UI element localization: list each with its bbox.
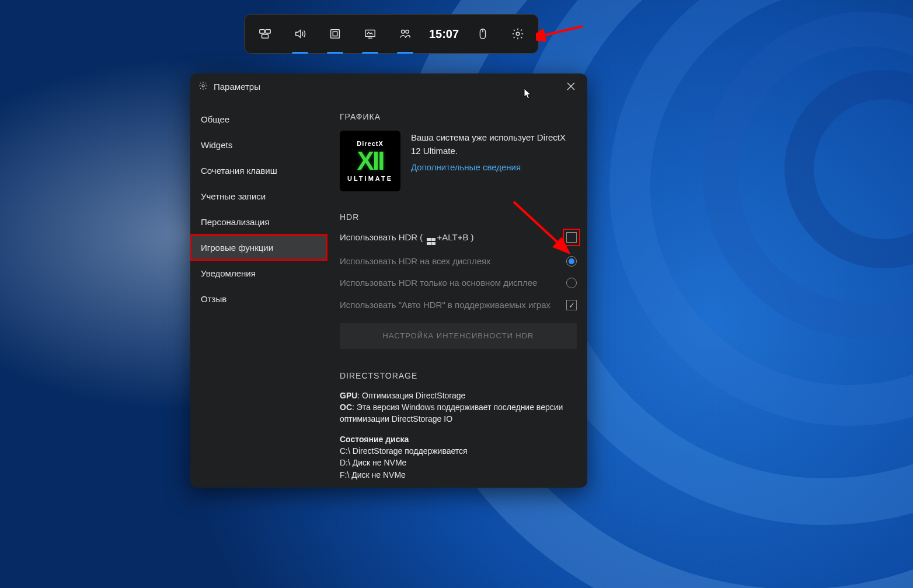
audio-icon[interactable]: [283, 14, 317, 54]
gear-icon: [198, 81, 208, 92]
hdr-primary-only-row: Использовать HDR только на основном дисп…: [340, 276, 577, 289]
window-title: Параметры: [214, 82, 260, 92]
ds-drive-d: D:\ Диск не NVMe: [340, 457, 577, 468]
directstorage-section-title: DIRECTSTORAGE: [340, 371, 577, 380]
svg-rect-2: [262, 34, 268, 38]
ds-disk-state: Состояние диска: [340, 433, 577, 445]
use-hdr-row: Использовать HDR ( +ALT+B ): [340, 231, 577, 246]
directx-badge: DirectX XII ULTIMATE: [340, 131, 400, 191]
svg-point-9: [516, 32, 520, 36]
settings-window: Параметры Общее Widgets Сочетания клавиш…: [190, 74, 587, 488]
nav-gaming-features[interactable]: Игровые функции: [190, 235, 327, 260]
auto-hdr-checkbox[interactable]: ✓: [566, 300, 577, 310]
xbox-social-icon[interactable]: [388, 14, 422, 54]
graphics-section-title: ГРАФИКА: [340, 112, 577, 121]
nav-personalization[interactable]: Персонализация: [190, 209, 327, 235]
use-hdr-checkbox[interactable]: [566, 232, 577, 243]
ds-gpu-line: GPU: Оптимизация DirectStorage: [340, 390, 577, 401]
svg-rect-0: [260, 30, 264, 33]
nav-shortcuts[interactable]: Сочетания клавиш: [190, 158, 327, 183]
titlebar: Параметры: [190, 74, 587, 99]
gamebar-clock: 15:07: [423, 27, 465, 41]
hdr-primary-only-radio[interactable]: [566, 278, 577, 288]
nav-widgets[interactable]: Widgets: [190, 132, 327, 158]
performance-icon[interactable]: [353, 14, 387, 54]
ds-drive-f: F:\ Диск не NVMe: [340, 469, 577, 481]
graphics-desc: Ваша система уже использует DirectX 12 U…: [411, 131, 577, 158]
svg-point-11: [202, 85, 204, 87]
close-button[interactable]: [563, 78, 579, 94]
game-bar: 15:07: [244, 14, 539, 54]
svg-rect-4: [333, 32, 337, 36]
hdr-intensity-button: НАСТРОЙКА ИНТЕНСИВНОСТИ HDR: [340, 323, 577, 349]
nav-accounts[interactable]: Учетные записи: [190, 183, 327, 209]
settings-gear-icon[interactable]: [501, 14, 535, 54]
ds-drive-c: C:\ DirectStorage поддерживается: [340, 445, 577, 457]
widgets-icon[interactable]: [248, 14, 282, 54]
nav-notifications[interactable]: Уведомления: [190, 260, 327, 286]
hdr-all-displays-row: Использовать HDR на всех дисплеях: [340, 255, 577, 268]
auto-hdr-row: Использовать "Авто HDR" в поддерживаемых…: [340, 299, 577, 312]
svg-rect-1: [266, 30, 270, 33]
ds-os-line: ОС: Эта версия Windows поддерживает посл…: [340, 401, 577, 425]
svg-rect-3: [331, 30, 340, 38]
nav-general[interactable]: Общее: [190, 106, 327, 132]
graphics-more-link[interactable]: Дополнительные сведения: [411, 160, 521, 174]
windows-key-icon: [427, 238, 436, 246]
hdr-section-title: HDR: [340, 212, 577, 222]
mouse-icon[interactable]: [466, 14, 500, 54]
svg-point-6: [402, 30, 405, 34]
content-pane: ГРАФИКА DirectX XII ULTIMATE Ваша систем…: [327, 99, 587, 488]
svg-point-7: [406, 30, 409, 34]
sidebar: Общее Widgets Сочетания клавиш Учетные з…: [190, 99, 327, 488]
capture-icon[interactable]: [318, 14, 352, 54]
hdr-all-displays-radio[interactable]: [566, 256, 577, 267]
nav-feedback[interactable]: Отзыв: [190, 286, 327, 312]
